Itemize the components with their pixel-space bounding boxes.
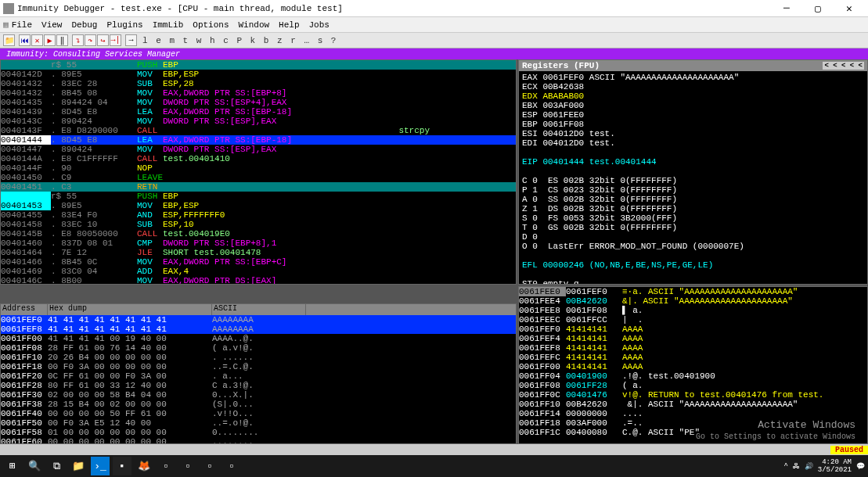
dump-row[interactable]: 0061FF3828 15 B4 00 02 00 00 00 (S|.0... (1, 400, 516, 409)
disasm-row[interactable]: 0040142D. 89E5 MOV EBP,ESP (1, 70, 516, 79)
dump-row[interactable]: 0061FF0041 41 41 41 00 19 40 00 AAAA..@. (1, 334, 516, 343)
stack-row[interactable]: 0061FEEC 0061FFCC | . (519, 315, 867, 325)
tray-net-icon[interactable]: 🖧 (793, 462, 800, 471)
alpha-bar[interactable]: l e m t w h c P k b z r … s ? (142, 36, 337, 45)
terminal-icon[interactable]: ▪ (113, 457, 131, 475)
register-line[interactable] (522, 251, 864, 260)
disasm-row[interactable]: 00401458. 83EC 10 SUB ESP,10 (1, 220, 516, 229)
register-line[interactable]: EDX ABABAB00 (522, 91, 864, 101)
disasm-row[interactable]: 00401469. 83C0 04 ADD EAX,4 (1, 267, 516, 276)
disasm-row[interactable]: 00401453. 89E5 MOV EBP,ESP (1, 201, 516, 210)
app3-icon[interactable]: ▫ (200, 457, 219, 475)
explorer-icon[interactable]: 📁 (69, 457, 88, 475)
stack-row[interactable]: 0061FF14 00000000 .... (519, 409, 867, 418)
register-line[interactable]: O 0 LastErr ERROR_MOD_NOT_FOUND (0000007… (522, 242, 864, 251)
register-line[interactable]: EDI 004012D0 test. (522, 138, 864, 148)
stack-row[interactable]: 0061FEF0 41414141 AAAA (519, 325, 867, 334)
register-line[interactable]: EIP 00401444 test.00401444 (522, 157, 864, 167)
pause-icon[interactable]: ‖ (56, 34, 68, 46)
register-line[interactable]: S 0 FS 0053 32bit 3B2000(FFF) (522, 213, 864, 223)
dump-row[interactable]: 0061FF0828 FF 61 00 76 14 40 00 ( a.v!@. (1, 343, 516, 353)
disasm-row[interactable]: 0040145B. E8 80050000 CALL test.004019E0 (1, 229, 516, 238)
app4-icon[interactable]: ▫ (222, 457, 241, 475)
dump-row[interactable]: 0061FF2880 FF 61 00 33 12 40 00 C a.3!@. (1, 381, 516, 390)
disasm-row[interactable]: 0040144F. 90 NOP (1, 163, 516, 173)
stack-row[interactable]: 0061FF00 41414141 AAAA (519, 362, 867, 371)
minimize-button[interactable]: ─ (771, 1, 802, 16)
menu-help[interactable]: Help (279, 20, 299, 30)
rewind-icon[interactable]: ⏮ (19, 34, 31, 46)
open-icon[interactable]: 📁 (3, 34, 15, 46)
disasm-row[interactable]: 00401432. 8B45 08 MOV EAX,DWORD PTR SS:[… (1, 88, 516, 98)
register-line[interactable]: C 0 ES 002B 32bit 0(FFFFFFFF) (522, 176, 864, 185)
menu-file[interactable]: File (12, 20, 32, 30)
dump-row[interactable]: 0061FEF841 41 41 41 41 41 41 41 AAAAAAAA (1, 325, 516, 334)
disasm-row[interactable]: 00401439. 8D45 E8 LEA EAX,DWORD PTR SS:[… (1, 107, 516, 117)
register-line[interactable]: ECX 00B42638 (522, 82, 864, 91)
menu-options[interactable]: Options (193, 20, 229, 30)
register-line[interactable]: D 0 (522, 232, 864, 242)
hexdump-pane[interactable]: Address Hex dump ASCII 0061FEF041 41 41 … (0, 303, 517, 444)
register-line[interactable] (522, 148, 864, 157)
menu-jobs[interactable]: Jobs (309, 20, 330, 30)
tray-notif-icon[interactable]: 💬 (856, 462, 865, 471)
firefox-icon[interactable]: 🦊 (135, 457, 153, 475)
register-line[interactable]: P 1 CS 0023 32bit 0(FFFFFFFF) (522, 185, 864, 195)
menu-plugins[interactable]: Plugins (106, 20, 142, 30)
play-icon[interactable]: ▶ (44, 34, 56, 46)
run-to-icon[interactable]: →| (110, 34, 121, 46)
stack-row[interactable]: 0061FEFC 41414141 AAAA (519, 353, 867, 362)
menu-immlib[interactable]: ImmLib (153, 20, 184, 30)
stack-row[interactable]: 0061FEE4 00B42620 &|. ASCII "AAAAAAAAAAA… (519, 296, 867, 306)
arrow-icon[interactable]: → (125, 34, 137, 46)
register-line[interactable]: Z 1 DS 002B 32bit 0(FFFFFFFF) (522, 204, 864, 213)
close-button[interactable]: ✕ (834, 1, 865, 16)
disasm-row[interactable]: 00401435. 894424 04 MOV DWORD PTR SS:[ES… (1, 98, 516, 107)
powershell-icon[interactable]: ›_ (91, 457, 110, 475)
dump-row[interactable]: 0061FEF041 41 41 41 41 41 41 41 AAAAAAAA (1, 315, 516, 325)
dump-row[interactable]: 0061FF200C FF 61 00 00 F0 3A 00 . a... (1, 371, 516, 381)
stack-row[interactable]: 0061FF08 0061FF28 ( a. (519, 381, 867, 390)
step-over-icon[interactable]: ↷ (85, 34, 96, 46)
disasm-row[interactable]: 0040146C. 8B00 MOV EAX,DWORD PTR DS:[EAX… (1, 276, 516, 285)
tray-up-icon[interactable]: ^ (783, 462, 787, 470)
step-out-icon[interactable]: ↪ (97, 34, 109, 46)
disasm-row[interactable]: 00401451. C3 RETN (1, 182, 516, 192)
disasm-row[interactable]: 00401464. 7E 12 JLE SHORT test.00401478 (1, 248, 516, 257)
disasm-row[interactable]: 00401466. 8B45 0C MOV EAX,DWORD PTR SS:[… (1, 257, 516, 267)
stack-row[interactable]: 0061FEE0 0061FEF0 ≡∙a. ASCII "AAAAAAAAAA… (519, 287, 867, 296)
dump-row[interactable]: 0061FF4000 00 00 00 50 FF 61 00 .v!!O... (1, 409, 516, 418)
disasm-row[interactable]: 00401455. 83E4 F0 AND ESP,FFFFFFF0 (1, 210, 516, 220)
disasm-row[interactable]: r$ 55 PUSH EBP (1, 60, 516, 70)
menu-view[interactable]: View (41, 20, 62, 30)
register-line[interactable]: EFL 00000246 (NO,NB,E,BE,NS,PE,GE,LE) (522, 260, 864, 270)
stack-row[interactable]: 0061FF04 00401900 .!@. test.00401900 (519, 371, 867, 381)
tray-vol-icon[interactable]: 🔊 (805, 462, 813, 471)
register-line[interactable]: EAX 0061FEF0 ASCII "AAAAAAAAAAAAAAAAAAAA… (522, 73, 864, 82)
dump-row[interactable]: 0061FF6000 00 00 00 00 00 00 00 ........ (1, 437, 516, 444)
register-line[interactable]: ESI 004012D0 test. (522, 129, 864, 138)
disasm-row[interactable]: 00401460. 837D 08 01 CMP DWORD PTR SS:[E… (1, 238, 516, 248)
stack-row[interactable]: 0061FEE8 0061FF08 ▌ a. (519, 306, 867, 315)
register-line[interactable]: ESP 0061FEE0 (522, 110, 864, 120)
disasm-row[interactable]: 00401444. 8D45 E8 LEA EAX,DWORD PTR SS:[… (1, 135, 516, 145)
disasm-row[interactable]: 0040144A. E8 C1FFFFFF CALL test.00401410 (1, 154, 516, 163)
close-cross-icon[interactable]: ✕ (31, 34, 43, 46)
stack-row[interactable]: 0061FF10 00B42620 &|. ASCII "AAAAAAAAAAA… (519, 400, 867, 409)
disassembly-pane[interactable]: r$ 55 PUSH EBP0040142D. 89E5 MOV EBP,ESP… (0, 59, 517, 285)
register-line[interactable]: ST0 empty g (522, 279, 864, 285)
windows-taskbar[interactable]: ⊞ 🔍 ⧉ 📁 ›_ ▪ 🦊 ▫ ▫ ▫ ▫ ^ 🖧 🔊 4:20 AM 3/5… (0, 455, 868, 477)
maximize-button[interactable]: ▢ (802, 1, 834, 16)
start-icon[interactable]: ⊞ (3, 457, 22, 475)
register-line[interactable]: EBX 003AF000 (522, 101, 864, 110)
dump-row[interactable]: 0061FF5801 00 00 00 00 00 00 00 0.......… (1, 428, 516, 437)
stack-row[interactable]: 0061FEF4 41414141 AAAA (519, 334, 867, 343)
stack-row[interactable]: 0061FF0C 00401476 v!@. RETURN to test.00… (519, 390, 867, 400)
disasm-row[interactable]: 0040143C. 890424 MOV DWORD PTR SS:[ESP],… (1, 117, 516, 126)
disasm-row[interactable]: 0040143F. E8 D8290000 CALL strcpy (1, 126, 516, 135)
system-tray[interactable]: ^ 🖧 🔊 4:20 AM 3/5/2021 💬 (783, 458, 865, 474)
disasm-row[interactable]: 00401432. 83EC 28 SUB ESP,28 (1, 79, 516, 88)
disasm-row[interactable]: 00401450. C9 LEAVE (1, 173, 516, 182)
disasm-row[interactable]: 00401447. 890424 MOV DWORD PTR SS:[ESP],… (1, 145, 516, 154)
dump-row[interactable]: 0061FF1800 F0 3A 00 00 00 00 00 ..=.C.@. (1, 362, 516, 371)
